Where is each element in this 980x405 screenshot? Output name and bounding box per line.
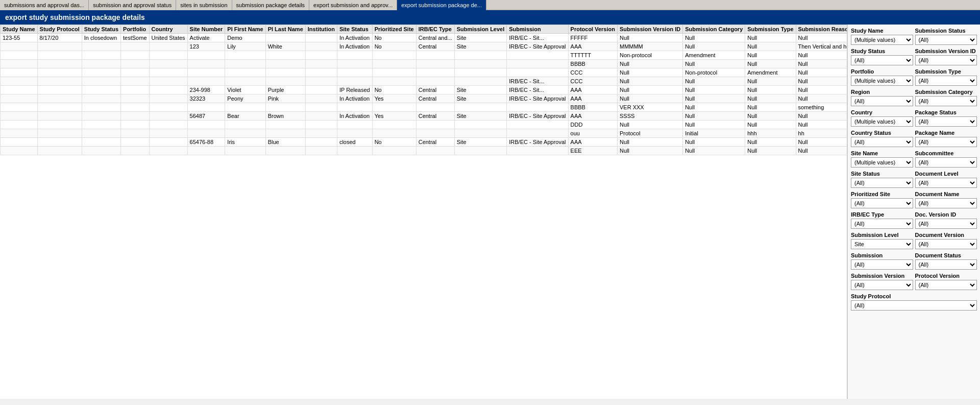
submission-type-select[interactable]: (All) bbox=[915, 76, 977, 86]
country-select-label: Country bbox=[851, 109, 913, 115]
table-cell bbox=[149, 42, 187, 51]
document-level-select[interactable]: (All) bbox=[915, 178, 977, 188]
package-name-select[interactable]: (All) bbox=[915, 137, 977, 147]
table-cell: Null bbox=[745, 77, 796, 86]
prioritized-site-select[interactable]: (All) bbox=[851, 198, 913, 208]
document-version-select[interactable]: (All) bbox=[915, 239, 977, 249]
col-prioritized-site[interactable]: Prioritized Site bbox=[372, 25, 416, 34]
sidebar-filter-col: Submission Status(All) bbox=[915, 28, 977, 45]
table-cell: BBBB bbox=[568, 60, 617, 68]
table-cell bbox=[416, 77, 454, 86]
country-select[interactable]: (Multiple values) bbox=[851, 116, 913, 127]
table-cell bbox=[372, 51, 416, 60]
submission-version-id-select[interactable]: (All) bbox=[915, 55, 977, 65]
irb-ec-type-select[interactable]: (All) bbox=[851, 219, 913, 229]
table-cell bbox=[82, 68, 120, 77]
document-name-select[interactable]: (All) bbox=[915, 198, 977, 208]
tab-3[interactable]: submission package details bbox=[232, 0, 310, 10]
subcommittee-select[interactable]: (All) bbox=[915, 157, 977, 168]
col-submission-category[interactable]: Submission Category bbox=[683, 25, 745, 34]
table-cell bbox=[82, 112, 120, 121]
table-cell: Null bbox=[745, 86, 796, 94]
table-cell: Amendment bbox=[745, 68, 796, 77]
region-select[interactable]: (All) bbox=[851, 96, 913, 106]
table-cell bbox=[225, 60, 265, 68]
site-status-select[interactable]: (All) bbox=[851, 178, 913, 188]
table-cell: hh bbox=[796, 129, 847, 138]
col-protocol-version[interactable]: Protocol Version bbox=[568, 25, 617, 34]
col-study-name[interactable]: Study Name bbox=[1, 25, 38, 34]
submission-select[interactable]: (All) bbox=[851, 259, 913, 270]
table-cell bbox=[37, 68, 82, 77]
study-name-select[interactable]: (Multiple values) bbox=[851, 35, 913, 45]
submission-level-select-label: Submission Level bbox=[851, 232, 913, 238]
col-submission[interactable]: Submission bbox=[507, 25, 568, 34]
col-submission-level[interactable]: Submission Level bbox=[454, 25, 507, 34]
table-cell bbox=[416, 51, 454, 60]
table-cell bbox=[1, 129, 38, 138]
study-status-select[interactable]: (All) bbox=[851, 55, 913, 65]
table-cell: Null bbox=[796, 86, 847, 94]
package-name-select-label: Package Name bbox=[915, 130, 977, 136]
table-cell bbox=[507, 60, 568, 68]
table-cell: IP Released bbox=[337, 86, 372, 94]
table-cell bbox=[187, 60, 225, 68]
package-status-select[interactable]: (All) bbox=[915, 116, 977, 127]
portfolio-select[interactable]: (Multiple values) bbox=[851, 76, 913, 86]
sidebar-filter-col: Country Status(All) bbox=[851, 130, 913, 147]
table-cell: SSSS bbox=[617, 112, 682, 121]
col-pi-first-name[interactable]: PI First Name bbox=[225, 25, 265, 34]
table-cell bbox=[1, 121, 38, 129]
col-portfolio[interactable]: Portfolio bbox=[121, 25, 149, 34]
site-name-select[interactable]: (Multiple values) bbox=[851, 157, 913, 168]
prioritized-site-select-label: Prioritized Site bbox=[851, 191, 913, 197]
document-status-select[interactable]: (All) bbox=[915, 259, 977, 270]
submission-level-select[interactable]: Site bbox=[851, 239, 913, 249]
col-study-status[interactable]: Study Status bbox=[82, 25, 120, 34]
col-submission-type[interactable]: Submission Type bbox=[745, 25, 796, 34]
country-status-select[interactable]: (All) bbox=[851, 137, 913, 147]
sidebar-filter-col: Prioritized Site(All) bbox=[851, 191, 913, 208]
table-cell: Null bbox=[617, 68, 682, 77]
tab-1[interactable]: submission and approval status bbox=[89, 0, 176, 10]
col-institution[interactable]: Institution bbox=[305, 25, 337, 34]
table-cell bbox=[121, 112, 149, 121]
table-cell bbox=[265, 77, 305, 86]
col-submission-reason[interactable]: Submission Reason bbox=[796, 25, 847, 34]
col-irb-ec-type[interactable]: IRB/EC Type bbox=[416, 25, 454, 34]
sidebar-filter-row: Study Status(All)Submission Version ID(A… bbox=[851, 48, 977, 65]
table-cell bbox=[37, 138, 82, 147]
submission-status-select[interactable]: (All) bbox=[915, 35, 977, 45]
col-country[interactable]: Country bbox=[149, 25, 187, 34]
col-site-number[interactable]: Site Number bbox=[187, 25, 225, 34]
tab-2[interactable]: sites in submission bbox=[176, 0, 232, 10]
submission-version-select[interactable]: (All) bbox=[851, 280, 913, 290]
tab-0[interactable]: submissions and approval das... bbox=[0, 0, 89, 10]
col-site-status[interactable]: Site Status bbox=[337, 25, 372, 34]
sidebar-filter-col: Study Status(All) bbox=[851, 48, 913, 65]
col-pi-last-name[interactable]: PI Last Name bbox=[265, 25, 305, 34]
table-cell bbox=[37, 51, 82, 60]
submission-category-select[interactable]: (All) bbox=[915, 96, 977, 106]
col-study-protocol[interactable]: Study Protocol bbox=[37, 25, 82, 34]
table-cell bbox=[225, 68, 265, 77]
table-area[interactable]: Study Name Study Protocol Study Status P… bbox=[0, 25, 847, 399]
table-cell: Null bbox=[683, 147, 745, 155]
table-cell bbox=[121, 94, 149, 103]
tab-4[interactable]: export submission and approv... bbox=[309, 0, 397, 10]
table-cell bbox=[337, 68, 372, 77]
table-cell: United States bbox=[149, 34, 187, 42]
sidebar-filter-col: Site Status(All) bbox=[851, 171, 913, 188]
study-protocol-select[interactable]: (All) bbox=[851, 300, 977, 311]
document-name-select-label: Document Name bbox=[915, 191, 977, 197]
table-cell: ouu bbox=[568, 129, 617, 138]
doc-version-id-select[interactable]: (All) bbox=[915, 219, 977, 229]
table-cell bbox=[265, 129, 305, 138]
document-status-select-label: Document Status bbox=[915, 252, 977, 258]
tab-5[interactable]: export submission package de... bbox=[397, 0, 486, 10]
col-submission-version-id[interactable]: Submission Version ID bbox=[617, 25, 682, 34]
document-level-select-label: Document Level bbox=[915, 171, 977, 177]
table-cell: Site bbox=[454, 42, 507, 51]
sidebar-filter-row: Portfolio(Multiple values)Submission Typ… bbox=[851, 68, 977, 86]
protocol-version-select[interactable]: (All) bbox=[915, 280, 977, 290]
